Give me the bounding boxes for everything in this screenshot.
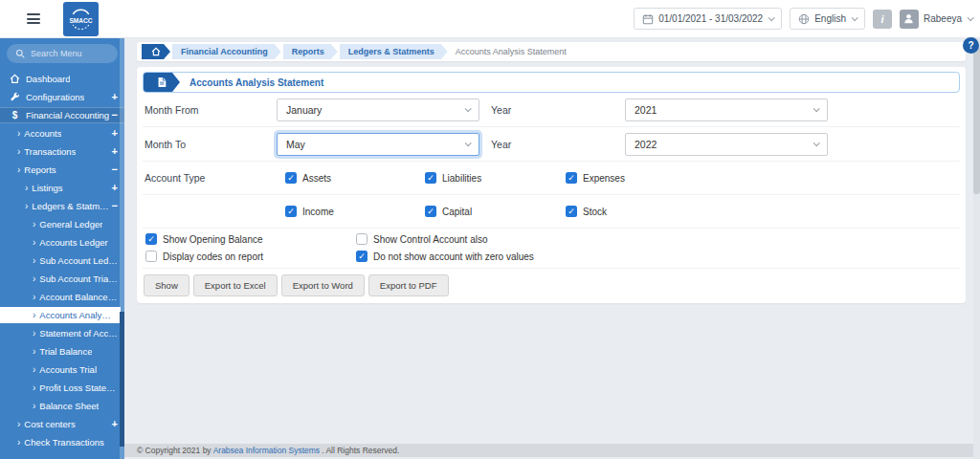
smacc-logo[interactable]: SMACC xyxy=(63,2,99,36)
panel-header: Accounts Analysis Statement xyxy=(143,72,960,93)
export-to-word-button[interactable]: Export to Word xyxy=(281,274,365,296)
sidebar-item-statement-of-accounts[interactable]: ›Statement of Accounts xyxy=(0,325,124,341)
year-from-label: Year xyxy=(491,104,511,116)
month-to-select[interactable]: May xyxy=(277,133,479,156)
sidebar-item-configurations[interactable]: Configurations+ xyxy=(0,89,124,105)
expand-icon[interactable]: + xyxy=(112,146,118,157)
sidebar-item-transactions[interactable]: ›Transactions+ xyxy=(0,143,124,160)
checkbox-label: Capital xyxy=(442,207,472,217)
sidebar-item-label: Check Transactions xyxy=(24,437,103,448)
sidebar-item-general-ledger[interactable]: ›General Ledger xyxy=(0,216,124,232)
checkbox-checked-icon[interactable]: ✓ xyxy=(566,172,577,184)
sidebar-item-label: Cost centers xyxy=(24,419,75,429)
expand-icon[interactable]: + xyxy=(112,183,118,193)
sidebar-item-accounts-trial[interactable]: ›Accounts Trial xyxy=(0,361,124,378)
checkbox-checked-icon[interactable]: ✓ xyxy=(285,172,297,184)
year-from-select[interactable]: 2021 xyxy=(625,98,828,121)
breadcrumb-item-reports[interactable]: Reports xyxy=(283,44,338,59)
checkbox-checked-icon[interactable]: ✓ xyxy=(425,172,436,184)
footer: © Copyright 2021 by Arabsea Information … xyxy=(124,444,973,457)
collapse-icon[interactable]: − xyxy=(112,110,118,120)
breadcrumb-item-ledgers-statments[interactable]: Ledgers & Statments xyxy=(340,44,448,59)
checkbox-label: Expenses xyxy=(583,173,625,184)
chevron-right-icon: › xyxy=(17,438,20,448)
sidebar-item-accounts-ledger[interactable]: ›Accounts Ledger xyxy=(0,234,124,251)
page-title: Accounts Analysis Statement xyxy=(189,77,323,88)
breadcrumb: Financial AccountingReportsLedgers & Sta… xyxy=(137,42,966,61)
user-name[interactable]: Rabeeya xyxy=(924,13,962,24)
sidebar-item-label: Configurations xyxy=(26,92,84,102)
chevron-down-icon xyxy=(465,140,472,146)
checkbox-liabilities[interactable]: ✓Liabilities xyxy=(425,172,481,184)
chevron-right-icon: › xyxy=(17,147,20,157)
sidebar-nav: DashboardConfigurations+$Financial Accou… xyxy=(0,71,124,450)
breadcrumb-item-accounts-analysis-statement: Accounts Analysis Statement xyxy=(456,47,567,56)
checkbox-unchecked-icon[interactable] xyxy=(145,251,157,262)
sidebar-item-cost-centers[interactable]: ›Cost centers+ xyxy=(0,416,124,432)
checkbox-checked-icon[interactable]: ✓ xyxy=(356,251,368,262)
sidebar-item-sub-account-ledger[interactable]: ›Sub Account Ledger xyxy=(0,252,124,269)
sidebar-item-accounts[interactable]: ›Accounts+ xyxy=(0,125,124,142)
sidebar-item-account-balance-ageing[interactable]: ›Account Balance Ageing xyxy=(0,289,124,305)
expand-icon[interactable]: + xyxy=(112,419,118,429)
sidebar-item-listings[interactable]: ›Listings+ xyxy=(0,180,124,196)
checkbox-assets[interactable]: ✓Assets xyxy=(285,172,331,184)
menu-icon[interactable] xyxy=(27,13,40,24)
sidebar-item-ledgers-statments[interactable]: ›Ledgers & Statments− xyxy=(0,198,124,214)
info-button[interactable]: i xyxy=(873,10,892,29)
chevron-right-icon: › xyxy=(33,293,35,302)
checkbox-expenses[interactable]: ✓Expenses xyxy=(566,172,625,184)
checkbox-checked-icon[interactable]: ✓ xyxy=(566,206,577,217)
search-input[interactable]: Search Menu xyxy=(7,44,118,63)
account-type-row-1: Account Type ✓Assets✓Liabilities✓Expense… xyxy=(143,162,960,195)
language-selector[interactable]: English xyxy=(790,8,865,30)
year-to-select[interactable]: 2022 xyxy=(625,133,828,156)
sidebar-item-label: Accounts xyxy=(24,128,61,139)
sidebar-item-financial-accounting[interactable]: $Financial Accounting− xyxy=(0,107,124,123)
arabsea-link[interactable]: Arabsea Information Systems xyxy=(213,446,321,455)
checkbox-unchecked-icon[interactable] xyxy=(356,233,368,245)
show-button[interactable]: Show xyxy=(144,274,189,296)
breadcrumb-home[interactable] xyxy=(142,44,170,59)
checkbox-checked-icon[interactable]: ✓ xyxy=(285,206,297,217)
expand-icon[interactable]: + xyxy=(112,92,118,102)
checkbox-checked-icon[interactable]: ✓ xyxy=(145,233,157,245)
checkbox-do-not-show-account-with-zero-values[interactable]: ✓Do not show account with zero values xyxy=(356,251,534,262)
date-range-picker[interactable]: 01/01/2021 - 31/03/2022 xyxy=(634,8,782,30)
checkbox-capital[interactable]: ✓Capital xyxy=(425,206,472,217)
checkbox-show-control-account-also[interactable]: Show Control Account also xyxy=(356,233,488,245)
content-scrollbar[interactable] xyxy=(973,38,980,459)
month-from-select[interactable]: January xyxy=(277,98,479,121)
checkbox-display-codes-on-report[interactable]: Display codes on report xyxy=(145,251,263,262)
export-to-excel-button[interactable]: Export to Excel xyxy=(193,274,278,296)
sidebar-item-sub-account-trial-balance[interactable]: ›Sub Account Trial Balance xyxy=(0,271,124,287)
collapse-icon[interactable]: − xyxy=(112,201,118,211)
svg-text:SMACC: SMACC xyxy=(69,17,92,24)
sidebar-item-check-transactions[interactable]: ›Check Transactions xyxy=(0,434,124,450)
help-button[interactable]: ? xyxy=(963,37,979,54)
sidebar-item-trial-balance[interactable]: ›Trial Balance xyxy=(0,343,124,360)
sidebar-item-label: Listings xyxy=(32,183,62,193)
export-to-pdf-button[interactable]: Export to PDF xyxy=(368,274,449,296)
chevron-right-icon: › xyxy=(33,311,35,320)
checkbox-checked-icon[interactable]: ✓ xyxy=(425,206,436,217)
content-scrollbar-thumb[interactable] xyxy=(973,46,980,194)
topbar: SMACC 01/01/2021 - 31/03/2022 English i … xyxy=(0,0,980,38)
chevron-right-icon: › xyxy=(33,329,35,339)
avatar[interactable] xyxy=(900,10,919,29)
checkbox-stock[interactable]: ✓Stock xyxy=(566,206,607,217)
chevron-down-icon[interactable] xyxy=(968,14,974,21)
sidebar-item-balance-sheet[interactable]: ›Balance Sheet xyxy=(0,398,124,414)
sidebar-item-dashboard[interactable]: Dashboard xyxy=(0,71,124,87)
sidebar-item-accounts-analysis-statement[interactable]: ›Accounts Analysis Statement xyxy=(0,307,121,323)
chevron-right-icon: › xyxy=(33,365,35,375)
checkbox-income[interactable]: ✓Income xyxy=(285,206,334,217)
sidebar-item-reports[interactable]: ›Reports− xyxy=(0,162,124,178)
document-icon xyxy=(144,73,180,92)
expand-icon[interactable]: + xyxy=(112,128,118,139)
checkbox-label: Assets xyxy=(302,173,331,184)
sidebar-item-profit-loss-statement[interactable]: ›Profit Loss Statement xyxy=(0,380,124,396)
checkbox-show-opening-balance[interactable]: ✓Show Opening Balance xyxy=(145,233,263,245)
collapse-icon[interactable]: − xyxy=(112,164,118,175)
breadcrumb-item-financial-accounting[interactable]: Financial Accounting xyxy=(172,44,281,59)
